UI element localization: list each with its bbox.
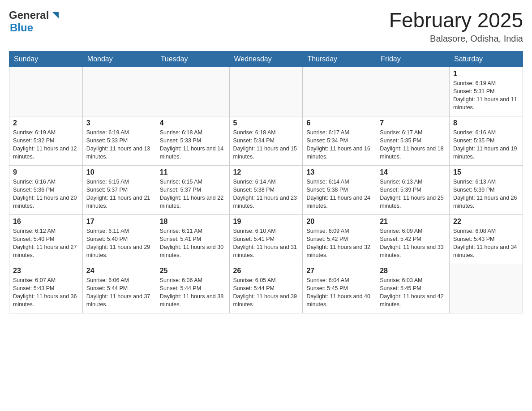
calendar-cell: 12Sunrise: 6:14 AM Sunset: 5:38 PM Dayli…: [229, 165, 303, 214]
calendar-cell: [9, 67, 83, 116]
calendar-cell: 19Sunrise: 6:10 AM Sunset: 5:41 PM Dayli…: [229, 214, 303, 264]
calendar-cell: 23Sunrise: 6:07 AM Sunset: 5:43 PM Dayli…: [9, 264, 83, 313]
day-info: Sunrise: 6:11 AM Sunset: 5:40 PM Dayligh…: [86, 227, 152, 260]
day-info: Sunrise: 6:08 AM Sunset: 5:43 PM Dayligh…: [453, 227, 519, 260]
day-info: Sunrise: 6:14 AM Sunset: 5:38 PM Dayligh…: [233, 178, 299, 210]
logo: General Blue: [9, 9, 60, 34]
calendar-cell: 18Sunrise: 6:11 AM Sunset: 5:41 PM Dayli…: [156, 214, 229, 264]
svg-marker-0: [52, 12, 59, 18]
day-info: Sunrise: 6:16 AM Sunset: 5:35 PM Dayligh…: [453, 128, 519, 161]
calendar-cell: 26Sunrise: 6:05 AM Sunset: 5:44 PM Dayli…: [229, 264, 303, 313]
day-number: 25: [160, 267, 226, 275]
day-info: Sunrise: 6:18 AM Sunset: 5:34 PM Dayligh…: [233, 128, 299, 161]
day-number: 8: [453, 119, 519, 127]
calendar-week-4: 16Sunrise: 6:12 AM Sunset: 5:40 PM Dayli…: [9, 214, 523, 264]
day-info: Sunrise: 6:14 AM Sunset: 5:38 PM Dayligh…: [306, 178, 372, 210]
day-info: Sunrise: 6:19 AM Sunset: 5:33 PM Dayligh…: [86, 128, 152, 161]
day-info: Sunrise: 6:15 AM Sunset: 5:37 PM Dayligh…: [86, 178, 152, 210]
calendar-cell: [82, 67, 156, 116]
calendar-cell: 1Sunrise: 6:19 AM Sunset: 5:31 PM Daylig…: [450, 67, 523, 116]
month-title: February 2025: [389, 9, 523, 32]
calendar-cell: 28Sunrise: 6:03 AM Sunset: 5:45 PM Dayli…: [376, 264, 450, 313]
calendar-cell: 10Sunrise: 6:15 AM Sunset: 5:37 PM Dayli…: [82, 165, 156, 214]
day-info: Sunrise: 6:06 AM Sunset: 5:44 PM Dayligh…: [86, 276, 152, 309]
calendar-cell: 7Sunrise: 6:17 AM Sunset: 5:35 PM Daylig…: [376, 116, 450, 165]
day-number: 28: [380, 267, 446, 275]
day-info: Sunrise: 6:13 AM Sunset: 5:39 PM Dayligh…: [380, 178, 446, 210]
day-number: 21: [380, 218, 446, 226]
calendar-cell: [450, 264, 523, 313]
day-number: 23: [13, 267, 79, 275]
calendar-table: SundayMondayTuesdayWednesdayThursdayFrid…: [9, 51, 523, 313]
calendar-cell: 3Sunrise: 6:19 AM Sunset: 5:33 PM Daylig…: [82, 116, 156, 165]
day-number: 9: [13, 168, 79, 176]
calendar-cell: [229, 67, 303, 116]
day-number: 22: [453, 218, 519, 226]
calendar-cell: 15Sunrise: 6:13 AM Sunset: 5:39 PM Dayli…: [450, 165, 523, 214]
calendar-cell: 13Sunrise: 6:14 AM Sunset: 5:38 PM Dayli…: [303, 165, 376, 214]
calendar-cell: 25Sunrise: 6:06 AM Sunset: 5:44 PM Dayli…: [156, 264, 229, 313]
calendar-week-5: 23Sunrise: 6:07 AM Sunset: 5:43 PM Dayli…: [9, 264, 523, 313]
day-info: Sunrise: 6:13 AM Sunset: 5:39 PM Dayligh…: [453, 178, 519, 210]
calendar-cell: 5Sunrise: 6:18 AM Sunset: 5:34 PM Daylig…: [229, 116, 303, 165]
day-number: 15: [453, 168, 519, 176]
calendar-header-friday: Friday: [376, 51, 450, 67]
day-info: Sunrise: 6:06 AM Sunset: 5:44 PM Dayligh…: [160, 276, 226, 309]
day-number: 4: [160, 119, 226, 127]
day-number: 27: [306, 267, 372, 275]
calendar-cell: 11Sunrise: 6:15 AM Sunset: 5:37 PM Dayli…: [156, 165, 229, 214]
day-number: 2: [13, 119, 79, 127]
calendar-cell: [376, 67, 450, 116]
day-info: Sunrise: 6:17 AM Sunset: 5:34 PM Dayligh…: [306, 128, 372, 161]
day-number: 11: [160, 168, 226, 176]
calendar-cell: [303, 67, 376, 116]
day-number: 1: [453, 70, 519, 78]
day-number: 19: [233, 218, 299, 226]
logo-general-text: General: [9, 9, 49, 21]
day-number: 10: [86, 168, 152, 176]
day-number: 7: [380, 119, 446, 127]
title-area: February 2025 Balasore, Odisha, India: [389, 9, 523, 44]
day-info: Sunrise: 6:17 AM Sunset: 5:35 PM Dayligh…: [380, 128, 446, 161]
logo-icon: [51, 10, 60, 20]
day-info: Sunrise: 6:05 AM Sunset: 5:44 PM Dayligh…: [233, 276, 299, 309]
day-info: Sunrise: 6:12 AM Sunset: 5:40 PM Dayligh…: [13, 227, 79, 260]
calendar-cell: 8Sunrise: 6:16 AM Sunset: 5:35 PM Daylig…: [450, 116, 523, 165]
calendar-cell: 20Sunrise: 6:09 AM Sunset: 5:42 PM Dayli…: [303, 214, 376, 264]
page-header: General Blue February 2025 Balasore, Odi…: [9, 9, 523, 44]
day-info: Sunrise: 6:04 AM Sunset: 5:45 PM Dayligh…: [306, 276, 372, 309]
day-info: Sunrise: 6:16 AM Sunset: 5:36 PM Dayligh…: [13, 178, 79, 210]
day-number: 17: [86, 218, 152, 226]
day-info: Sunrise: 6:19 AM Sunset: 5:32 PM Dayligh…: [13, 128, 79, 161]
day-info: Sunrise: 6:19 AM Sunset: 5:31 PM Dayligh…: [453, 79, 519, 112]
day-info: Sunrise: 6:18 AM Sunset: 5:33 PM Dayligh…: [160, 128, 226, 161]
day-info: Sunrise: 6:03 AM Sunset: 5:45 PM Dayligh…: [380, 276, 446, 309]
day-number: 12: [233, 168, 299, 176]
calendar-cell: 16Sunrise: 6:12 AM Sunset: 5:40 PM Dayli…: [9, 214, 83, 264]
calendar-week-2: 2Sunrise: 6:19 AM Sunset: 5:32 PM Daylig…: [9, 116, 523, 165]
day-info: Sunrise: 6:15 AM Sunset: 5:37 PM Dayligh…: [160, 178, 226, 210]
calendar-header-thursday: Thursday: [303, 51, 376, 67]
calendar-cell: [156, 67, 229, 116]
calendar-cell: 9Sunrise: 6:16 AM Sunset: 5:36 PM Daylig…: [9, 165, 83, 214]
calendar-cell: 24Sunrise: 6:06 AM Sunset: 5:44 PM Dayli…: [82, 264, 156, 313]
day-number: 16: [13, 218, 79, 226]
calendar-header-monday: Monday: [82, 51, 156, 67]
day-number: 24: [86, 267, 152, 275]
day-info: Sunrise: 6:10 AM Sunset: 5:41 PM Dayligh…: [233, 227, 299, 260]
day-number: 6: [306, 119, 372, 127]
calendar-cell: 27Sunrise: 6:04 AM Sunset: 5:45 PM Dayli…: [303, 264, 376, 313]
calendar-week-3: 9Sunrise: 6:16 AM Sunset: 5:36 PM Daylig…: [9, 165, 523, 214]
day-number: 13: [306, 168, 372, 176]
day-number: 14: [380, 168, 446, 176]
day-info: Sunrise: 6:11 AM Sunset: 5:41 PM Dayligh…: [160, 227, 226, 260]
calendar-cell: 17Sunrise: 6:11 AM Sunset: 5:40 PM Dayli…: [82, 214, 156, 264]
calendar-header-wednesday: Wednesday: [229, 51, 303, 67]
day-number: 5: [233, 119, 299, 127]
day-info: Sunrise: 6:09 AM Sunset: 5:42 PM Dayligh…: [380, 227, 446, 260]
calendar-header-row: SundayMondayTuesdayWednesdayThursdayFrid…: [9, 51, 523, 67]
calendar-cell: 21Sunrise: 6:09 AM Sunset: 5:42 PM Dayli…: [376, 214, 450, 264]
calendar-cell: 4Sunrise: 6:18 AM Sunset: 5:33 PM Daylig…: [156, 116, 229, 165]
calendar-header-saturday: Saturday: [450, 51, 523, 67]
calendar-cell: 6Sunrise: 6:17 AM Sunset: 5:34 PM Daylig…: [303, 116, 376, 165]
